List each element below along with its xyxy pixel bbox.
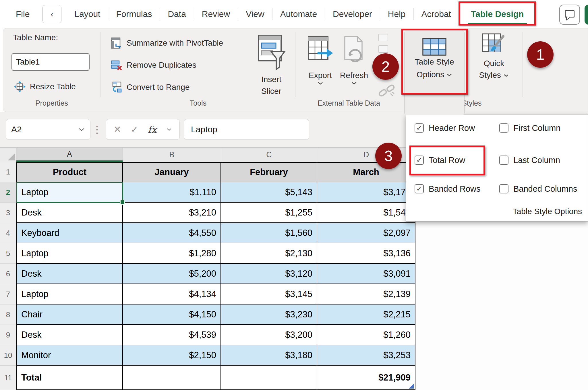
cell-C6[interactable]: $3,120 — [221, 264, 317, 284]
row-header-7[interactable]: 7 — [0, 284, 16, 304]
cell-B4[interactable]: $4,550 — [123, 223, 221, 243]
tab-acrobat[interactable]: Acrobat — [414, 0, 459, 28]
enter-button[interactable]: ✓ — [131, 124, 138, 135]
convert-to-range-button[interactable]: Convert to Range — [111, 80, 189, 94]
cell-C8[interactable]: $3,230 — [221, 304, 317, 325]
cell-A4[interactable]: Keyboard — [16, 223, 123, 243]
cell-B7[interactable]: $4,134 — [123, 284, 221, 304]
chevron-down-icon[interactable] — [166, 128, 172, 131]
cell-D6[interactable]: $3,091 — [317, 264, 415, 284]
column-header-B[interactable]: B — [123, 148, 221, 162]
menu-item-total-row[interactable]: Total Row — [415, 150, 465, 170]
tab-layout[interactable]: Layout — [67, 0, 108, 28]
row-header-4[interactable]: 4 — [0, 223, 16, 243]
table-properties-icon[interactable] — [378, 34, 388, 41]
cell-C7[interactable]: $3,145 — [221, 284, 317, 304]
remove-duplicates-button[interactable]: Remove Duplicates — [111, 58, 196, 72]
cell-B3[interactable]: $3,210 — [123, 203, 221, 223]
cell-C2[interactable]: $5,143 — [221, 182, 317, 203]
cell-A5[interactable]: Laptop — [16, 243, 123, 264]
cell-B6[interactable]: $5,200 — [123, 264, 221, 284]
open-in-browser-icon[interactable] — [378, 45, 388, 53]
resize-table-button[interactable]: Resize Table — [14, 80, 76, 94]
cell-A8[interactable]: Chair — [16, 304, 123, 325]
cell-A7[interactable]: Laptop — [16, 284, 123, 304]
refresh-button[interactable]: Refresh — [335, 35, 373, 85]
cell-D10[interactable]: $3,253 — [317, 345, 415, 366]
cell-D5[interactable]: $3,136 — [317, 243, 415, 264]
tab-help[interactable]: Help — [380, 0, 413, 28]
export-button[interactable]: Export — [301, 35, 340, 85]
cell-D4[interactable]: $2,097 — [317, 223, 415, 243]
checkbox-total-row[interactable] — [415, 156, 424, 165]
cell-B11[interactable] — [123, 366, 221, 390]
cell-B8[interactable]: $4,150 — [123, 304, 221, 325]
menu-item-header-row[interactable]: Header Row — [415, 118, 475, 138]
insert-slicer-button[interactable]: Insert Slicer — [248, 34, 294, 97]
tab-developer[interactable]: Developer — [325, 0, 380, 28]
cell-B2[interactable]: $1,110 — [123, 182, 221, 203]
cell-B9[interactable]: $4,539 — [123, 325, 221, 345]
menu-item-first-column[interactable]: First Column — [499, 118, 560, 138]
checkbox-banded-columns[interactable] — [499, 184, 508, 193]
cell-C5[interactable]: $2,130 — [221, 243, 317, 264]
cancel-button[interactable]: ✕ — [113, 124, 121, 135]
select-all-button[interactable] — [0, 148, 16, 162]
row-header-10[interactable]: 10 — [0, 345, 16, 366]
checkbox-banded-rows[interactable] — [415, 184, 424, 193]
tab-file[interactable]: File — [8, 0, 37, 28]
table-name-input[interactable]: Table1 — [11, 53, 90, 71]
row-header-5[interactable]: 5 — [0, 243, 16, 264]
cell-B5[interactable]: $1,280 — [123, 243, 221, 264]
menu-item-banded-columns[interactable]: Banded Columns — [499, 179, 577, 199]
row-header-8[interactable]: 8 — [0, 304, 16, 325]
cell-C9[interactable]: $3,200 — [221, 325, 317, 345]
checkbox-header-row[interactable] — [415, 123, 424, 133]
quick-styles-button[interactable]: Quick Styles — [467, 33, 521, 81]
insert-function-button[interactable]: fx — [148, 124, 157, 135]
cell-D1[interactable]: March — [317, 162, 415, 182]
row-header-9[interactable]: 9 — [0, 325, 16, 345]
tab-review[interactable]: Review — [194, 0, 238, 28]
cell-D7[interactable]: $2,139 — [317, 284, 415, 304]
row-header-11[interactable]: 11 — [0, 366, 16, 390]
cell-A11[interactable]: Total — [16, 366, 123, 390]
menu-item-last-column[interactable]: Last Column — [499, 150, 560, 170]
cell-B1[interactable]: January — [123, 162, 221, 182]
name-box[interactable]: A2 — [6, 119, 90, 140]
row-header-3[interactable]: 3 — [0, 203, 16, 223]
cell-A6[interactable]: Desk — [16, 264, 123, 284]
cell-B10[interactable]: $2,150 — [123, 345, 221, 366]
tab-view[interactable]: View — [238, 0, 272, 28]
row-header-1[interactable]: 1 — [0, 162, 16, 182]
cell-D3[interactable]: $1,543 — [317, 203, 415, 223]
tab-automate[interactable]: Automate — [272, 0, 325, 28]
formula-input[interactable]: Laptop — [184, 119, 309, 140]
cell-A10[interactable]: Monitor — [16, 345, 123, 366]
comments-button[interactable] — [559, 5, 580, 25]
cell-C4[interactable]: $1,560 — [221, 223, 317, 243]
cell-C1[interactable]: February — [221, 162, 317, 182]
cell-C3[interactable]: $1,255 — [221, 203, 317, 223]
checkbox-last-column[interactable] — [499, 156, 508, 165]
row-header-6[interactable]: 6 — [0, 264, 16, 284]
column-header-C[interactable]: C — [221, 148, 317, 162]
cell-A3[interactable]: Desk — [16, 203, 123, 223]
table-resize-handle[interactable] — [409, 384, 414, 389]
tab-data[interactable]: Data — [160, 0, 194, 28]
cell-C11[interactable] — [221, 366, 317, 390]
active-cell-selection[interactable] — [16, 182, 123, 203]
ribbon-collapse-button[interactable]: ‹ — [42, 5, 61, 23]
unlink-icon[interactable] — [378, 82, 396, 100]
tab-table-design[interactable]: Table Design — [463, 0, 531, 28]
tab-formulas[interactable]: Formulas — [108, 0, 160, 28]
row-header-2[interactable]: 2 — [0, 182, 16, 203]
column-header-A[interactable]: A — [16, 148, 123, 162]
summarize-pivottable-button[interactable]: Summarize with PivotTable — [111, 36, 223, 50]
cell-C10[interactable]: $3,180 — [221, 345, 317, 366]
checkbox-first-column[interactable] — [499, 123, 508, 133]
cell-A1[interactable]: Product — [16, 162, 123, 182]
cell-A9[interactable]: Desk — [16, 325, 123, 345]
cell-D8[interactable]: $2,215 — [317, 304, 415, 325]
account-avatar[interactable] — [585, 5, 588, 25]
